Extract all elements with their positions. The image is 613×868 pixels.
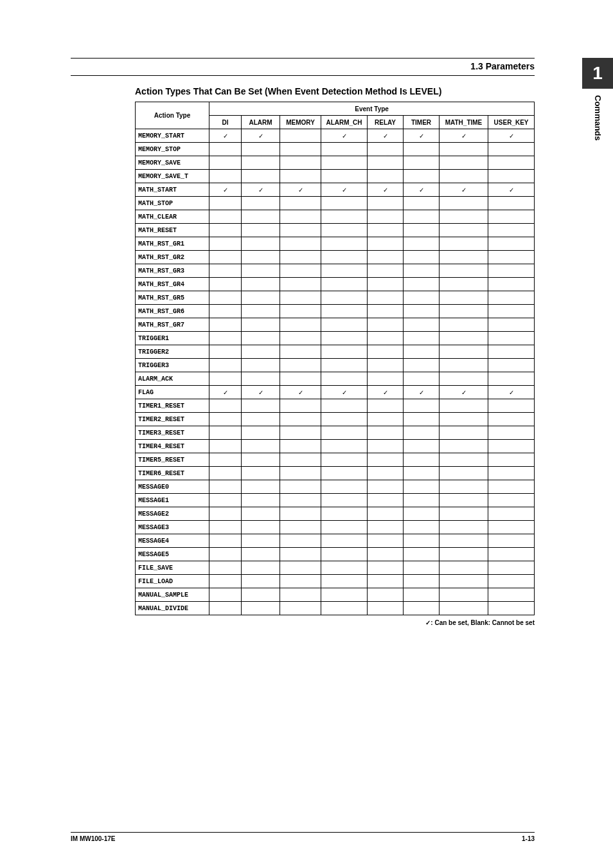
check-cell [242, 494, 280, 507]
check-cell: ✓ [404, 386, 440, 399]
check-cell [209, 278, 242, 291]
action-type-cell: MATH_RST_GR2 [136, 251, 209, 264]
check-cell [440, 453, 488, 467]
check-cell [440, 224, 488, 237]
check-cell [488, 440, 535, 453]
check-cell [209, 561, 242, 575]
check-cell: ✓ [321, 386, 368, 399]
check-cell [488, 291, 535, 305]
table-row: MANUAL_DIVIDE [136, 602, 535, 615]
check-cell [242, 534, 280, 548]
check-cell [321, 494, 368, 507]
check-cell [488, 278, 535, 291]
check-cell [440, 332, 488, 345]
table-row: TIMER2_RESET [136, 413, 535, 426]
footer-doc-id: IM MW100-17E [71, 835, 115, 842]
chapter-tab: 1 Commands [582, 58, 613, 141]
check-cell [321, 453, 368, 467]
check-cell [488, 426, 535, 440]
action-type-cell: MESSAGE5 [136, 548, 209, 561]
check-cell [242, 332, 280, 345]
check-cell [242, 561, 280, 575]
action-type-cell: ALARM_ACK [136, 372, 209, 386]
check-cell [404, 143, 440, 156]
check-cell [368, 534, 404, 548]
check-cell [440, 345, 488, 359]
header-action-type: Action Type [136, 102, 209, 129]
check-cell [488, 197, 535, 210]
check-cell [404, 399, 440, 413]
action-type-cell: TRIGGER1 [136, 332, 209, 345]
col-timer: TIMER [404, 116, 440, 129]
check-cell [440, 372, 488, 386]
chapter-label: Commands [593, 89, 603, 141]
check-cell [321, 224, 368, 237]
check-cell [440, 494, 488, 507]
check-cell [368, 575, 404, 588]
check-cell [321, 237, 368, 251]
check-cell [368, 602, 404, 615]
check-cell [242, 507, 280, 521]
check-cell [209, 413, 242, 426]
check-cell [321, 413, 368, 426]
action-type-cell: MESSAGE2 [136, 507, 209, 521]
check-cell [440, 480, 488, 494]
check-cell [242, 426, 280, 440]
check-cell [440, 359, 488, 372]
check-cell [368, 480, 404, 494]
check-cell [280, 440, 321, 453]
action-type-cell: FILE_LOAD [136, 575, 209, 588]
check-cell [368, 399, 404, 413]
check-cell [488, 413, 535, 426]
check-cell [404, 494, 440, 507]
check-cell [280, 264, 321, 278]
check-cell [209, 399, 242, 413]
col-math-time: MATH_TIME [440, 116, 488, 129]
table-row: MATH_STOP [136, 197, 535, 210]
check-cell [242, 156, 280, 170]
check-cell [242, 143, 280, 156]
check-cell [404, 426, 440, 440]
action-type-cell: MATH_RST_GR6 [136, 305, 209, 318]
check-cell [242, 467, 280, 480]
check-cell [209, 494, 242, 507]
check-cell [242, 440, 280, 453]
action-type-cell: FILE_SAVE [136, 561, 209, 575]
check-cell: ✓ [280, 183, 321, 197]
check-cell [404, 467, 440, 480]
check-cell [404, 197, 440, 210]
check-cell [209, 237, 242, 251]
check-cell [404, 332, 440, 345]
check-cell: ✓ [321, 183, 368, 197]
check-cell [242, 251, 280, 264]
check-cell [280, 521, 321, 534]
check-cell: ✓ [404, 129, 440, 143]
check-cell [404, 534, 440, 548]
check-cell [440, 210, 488, 224]
check-cell [280, 588, 321, 602]
check-cell [440, 548, 488, 561]
check-cell [209, 426, 242, 440]
check-cell [209, 453, 242, 467]
check-cell [242, 278, 280, 291]
action-type-cell: MANUAL_DIVIDE [136, 602, 209, 615]
check-cell [242, 372, 280, 386]
action-type-cell: MEMORY_START [136, 129, 209, 143]
check-cell [368, 251, 404, 264]
check-cell [368, 318, 404, 332]
check-cell [280, 332, 321, 345]
check-cell [488, 143, 535, 156]
check-cell [404, 359, 440, 372]
check-cell [404, 413, 440, 426]
check-cell [280, 467, 321, 480]
check-cell [321, 359, 368, 372]
check-cell [368, 156, 404, 170]
check-cell [209, 548, 242, 561]
table-row: MEMORY_START✓✓✓✓✓✓✓ [136, 129, 535, 143]
check-cell [404, 588, 440, 602]
check-cell [440, 534, 488, 548]
check-cell [440, 467, 488, 480]
check-cell [404, 210, 440, 224]
check-cell [280, 575, 321, 588]
check-cell [368, 291, 404, 305]
